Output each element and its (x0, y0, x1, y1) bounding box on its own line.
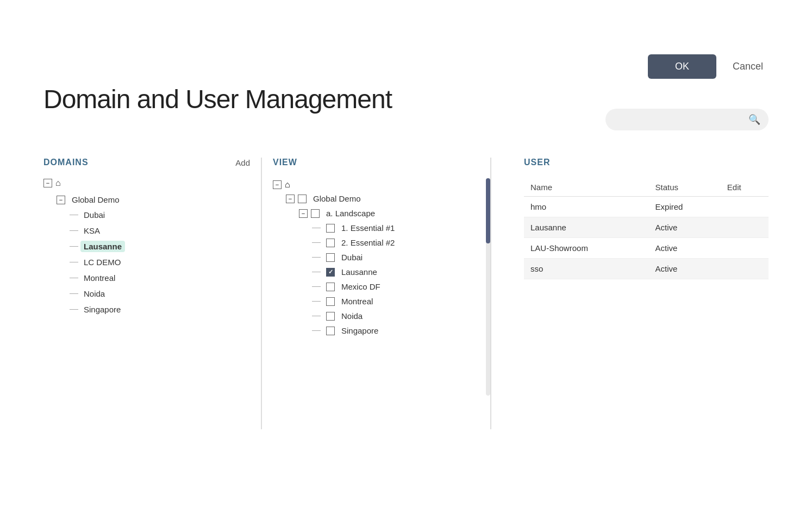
view-singapore-label[interactable]: Singapore (338, 325, 382, 336)
domain-label-montreal[interactable]: Montreal (80, 272, 118, 284)
domains-panel: DOMAINS Add − ⌂ − Global Demo (43, 158, 250, 429)
user-title: USER (524, 158, 769, 167)
view-home-icon: ⌂ (285, 180, 290, 190)
user-edit-cell[interactable] (721, 259, 769, 279)
user-edit-cell[interactable] (721, 197, 769, 217)
global-demo-collapse[interactable]: − (57, 196, 65, 204)
view-global-demo-collapse[interactable]: − (286, 195, 295, 203)
view-noida-row: Noida (312, 309, 479, 323)
user-status-cell: Active (649, 238, 721, 259)
user-panel: USER Name Status Edit hmoExpiredLausanne… (502, 158, 769, 429)
view-header: VIEW (273, 158, 479, 167)
domain-label-noida[interactable]: Noida (80, 288, 108, 299)
domain-label-ksa[interactable]: KSA (80, 225, 103, 236)
view-root-collapse[interactable]: − (273, 180, 282, 189)
user-status-cell: Active (649, 259, 721, 279)
view-essential2-row: 2. Essential #2 (312, 235, 479, 250)
view-global-demo: − Global Demo − a. Landscape (286, 191, 479, 338)
user-name-cell: hmo (524, 197, 649, 217)
domains-view-separator (261, 158, 262, 429)
user-status-cell: Expired (649, 197, 721, 217)
user-table-row: ssoActive (524, 259, 769, 279)
view-essential1-row: 1. Essential #1 (312, 221, 479, 235)
view-scroll-track[interactable] (486, 178, 490, 396)
global-demo-row: − Global Demo (57, 192, 250, 207)
view-lausanne-checkbox[interactable] (326, 268, 335, 277)
user-table-row: LAU-ShowroomActive (524, 238, 769, 259)
view-scroll-area: − ⌂ − Global Demo − a. Landscape (273, 178, 479, 338)
view-essential2-checkbox[interactable] (326, 239, 335, 247)
view-noida-checkbox[interactable] (326, 312, 335, 321)
domain-child-dubai: Dubai (70, 207, 250, 223)
view-scroll-thumb[interactable] (486, 178, 490, 243)
user-name-cell: sso (524, 259, 649, 279)
view-title: VIEW (273, 158, 297, 167)
root-collapse-icon[interactable]: − (43, 179, 52, 187)
view-root-row: − ⌂ (273, 178, 479, 191)
view-global-demo-label[interactable]: Global Demo (310, 193, 364, 204)
header-actions: OK Cancel (43, 54, 769, 79)
view-landscape-collapse[interactable]: − (299, 209, 308, 218)
view-essential2-label[interactable]: 2. Essential #2 (338, 237, 398, 248)
view-user-separator (490, 158, 491, 429)
view-noida-label[interactable]: Noida (338, 310, 366, 322)
user-table-row: hmoExpired (524, 197, 769, 217)
domain-label-dubai[interactable]: Dubai (80, 209, 108, 221)
col-name-header: Name (524, 178, 649, 197)
view-essential1-label[interactable]: 1. Essential #1 (338, 222, 398, 234)
view-singapore-checkbox[interactable] (326, 327, 335, 335)
view-global-demo-row: − Global Demo (286, 191, 479, 206)
view-dubai-row: Dubai (312, 250, 479, 265)
user-name-cell: LAU-Showroom (524, 238, 649, 259)
view-montreal-checkbox[interactable] (326, 297, 335, 306)
view-montreal-row: Montreal (312, 294, 479, 309)
view-panel: VIEW − ⌂ − Global Demo − (273, 158, 479, 429)
domain-child-lcdemo: LC DEMO (70, 254, 250, 270)
view-montreal-label[interactable]: Montreal (338, 296, 376, 307)
view-mexicodf-label[interactable]: Mexico DF (338, 281, 384, 292)
domain-label-lausanne[interactable]: Lausanne (80, 241, 125, 252)
view-landscape-checkbox[interactable] (311, 209, 320, 218)
user-table: Name Status Edit hmoExpiredLausanneActiv… (524, 178, 769, 279)
view-lausanne-label[interactable]: Lausanne (338, 266, 380, 278)
user-status-cell: Active (649, 217, 721, 238)
domain-label-lcdemo[interactable]: LC DEMO (80, 256, 124, 268)
domain-label-singapore[interactable]: Singapore (80, 304, 124, 315)
view-landscape-label[interactable]: a. Landscape (323, 208, 378, 219)
view-global-demo-checkbox[interactable] (298, 195, 307, 203)
view-mexicodf-row: Mexico DF (312, 279, 479, 294)
domains-header: DOMAINS Add (43, 158, 250, 167)
view-mexicodf-checkbox[interactable] (326, 283, 335, 291)
view-singapore-row: Singapore (312, 323, 479, 338)
search-bar[interactable]: 🔍 (605, 109, 769, 130)
global-demo-label[interactable]: Global Demo (68, 194, 123, 205)
user-table-row: LausanneActive (524, 217, 769, 238)
view-landscape-row: − a. Landscape (299, 206, 479, 221)
domain-child-ksa: KSA (70, 223, 250, 239)
tree-root-row: − ⌂ (43, 178, 250, 188)
header: OK Cancel Domain and User Management (43, 54, 769, 114)
home-icon: ⌂ (55, 178, 61, 188)
col-edit-header: Edit (721, 178, 769, 197)
user-edit-cell[interactable] (721, 217, 769, 238)
global-demo-node: − Global Demo Dubai KSA (57, 192, 250, 317)
main-content: DOMAINS Add − ⌂ − Global Demo (43, 158, 769, 429)
view-dubai-checkbox[interactable] (326, 253, 335, 262)
ok-button[interactable]: OK (648, 54, 716, 79)
col-status-header: Status (649, 178, 721, 197)
search-icon: 🔍 (748, 114, 760, 126)
view-landscape-children: 1. Essential #1 2. Essential #2 Dubai (312, 221, 479, 338)
user-edit-cell[interactable] (721, 238, 769, 259)
domain-child-lausanne: Lausanne (70, 239, 250, 254)
view-essential1-checkbox[interactable] (326, 224, 335, 233)
domains-title: DOMAINS (43, 158, 89, 167)
domain-child-singapore: Singapore (70, 302, 250, 317)
view-landscape-node: − a. Landscape 1. Essential #1 (299, 206, 479, 338)
user-name-cell: Lausanne (524, 217, 649, 238)
add-button[interactable]: Add (235, 158, 250, 167)
domains-children: Dubai KSA Lausanne (70, 207, 250, 317)
view-dubai-label[interactable]: Dubai (338, 252, 366, 263)
domains-tree: − ⌂ − Global Demo Dubai (43, 178, 250, 317)
domain-child-noida: Noida (70, 286, 250, 302)
cancel-button[interactable]: Cancel (727, 54, 769, 79)
